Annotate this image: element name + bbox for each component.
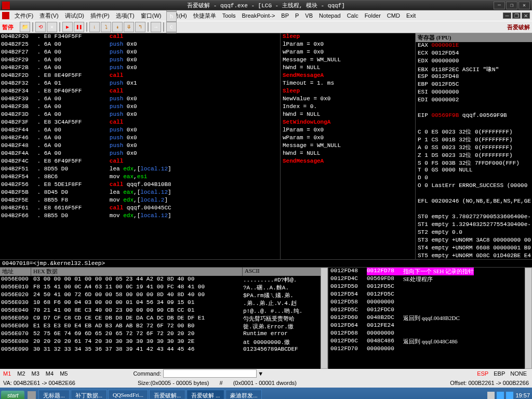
menu-item[interactable]: Tools: [219, 11, 239, 20]
stack-row[interactable]: 0012FD5C0012FDC0: [328, 307, 525, 314]
menu-item[interactable]: P: [292, 11, 302, 20]
child-close-button[interactable]: ✕: [522, 12, 530, 19]
disasm-row[interactable]: 004B2F3F. E8 3C4AF5FFcall: [0, 119, 280, 127]
register-row[interactable]: EDX 00000000: [416, 58, 532, 65]
tray-icon-1[interactable]: [487, 392, 495, 399]
register-row[interactable]: ST4 empty +UNORM 6608 00000001 B9: [416, 245, 532, 252]
menu-item[interactable]: BreakPoint->: [238, 11, 278, 20]
disasm-row[interactable]: 004B2F5B. 8D45 D0lea eax,[local.12]: [0, 189, 280, 197]
hex-row[interactable]: 0056E00003 00 00 00 01 00 00 00 05 23 44…: [0, 276, 321, 284]
mark-2[interactable]: M2: [14, 370, 28, 377]
taskbar-item[interactable]: QQSendFri...: [108, 390, 148, 400]
trace-over-button[interactable]: ⤋: [124, 22, 134, 32]
menu-item[interactable]: 快捷菜单: [190, 11, 219, 20]
register-row[interactable]: O 0 LastErr ERROR_SUCCESS (00000: [416, 182, 532, 190]
child-restore-button[interactable]: ❐: [512, 12, 521, 19]
disasm-row[interactable]: 004B2F66. 8B55 D0mov edx,[local.12]: [0, 212, 280, 220]
disasm-row[interactable]: 004B2F25. 6A 00push 0x0: [0, 41, 280, 49]
taskbar-item[interactable]: 豪迪群发...: [225, 390, 262, 400]
menu-item[interactable]: VB: [302, 11, 316, 20]
disasm-row[interactable]: 004B2F54. 8BC6mov eax,esi: [0, 174, 280, 181]
register-row[interactable]: EAX 0000001E: [416, 42, 532, 50]
hex-scrollbar[interactable]: [321, 268, 328, 369]
stack-row[interactable]: 0012FD500012FD5C: [328, 283, 525, 291]
restart-button[interactable]: ⟲: [35, 22, 46, 32]
mark-4[interactable]: M4: [43, 370, 57, 377]
stack-row[interactable]: 0012FD480012FD78指向下一个 SEH 记录的指针: [328, 268, 525, 275]
hex-row[interactable]: 0056E02024 50 41 00 72 6D 00 00 58 00 00…: [0, 291, 321, 299]
close-button[interactable]: ✕: [518, 2, 530, 9]
menu-item[interactable]: Folder: [362, 11, 384, 20]
register-row[interactable]: EFL 00200246 (NO,NB,E,BE,NS,PE,GE: [416, 198, 532, 206]
goto-button[interactable]: →: [151, 22, 161, 32]
tray-icon-2[interactable]: [497, 392, 504, 399]
menu-item[interactable]: Exit: [403, 11, 419, 20]
disasm-row[interactable]: 004B2F27. 6A 00push 0x0: [0, 49, 280, 57]
register-row[interactable]: S 0 FS 003B 32位 7FFDF000(FFF): [416, 159, 532, 167]
step-into-button[interactable]: ↓: [89, 22, 100, 32]
disasm-row[interactable]: 004B2F51. 8D55 D0lea edx,[local.12]: [0, 166, 280, 174]
register-row[interactable]: ESP 0012FD48: [416, 73, 532, 81]
hex-row[interactable]: 0056E010F8 15 41 00 0C A4 63 11 00 0C 19…: [0, 284, 321, 291]
tb-letter-h[interactable]: h: [166, 11, 177, 22]
register-row[interactable]: Z 1 DS 0023 32位 0(FFFFFFFF): [416, 151, 532, 159]
register-row[interactable]: D 0: [416, 175, 532, 182]
hex-row[interactable]: 0056E03010 68 F6 00 04 03 00 00 00 01 04…: [0, 299, 321, 307]
disasm-row[interactable]: 004B2F20. E8 F340F5FFcall: [0, 33, 280, 41]
tray-icon-3[interactable]: [506, 392, 513, 399]
taskbar-item[interactable]: 补丁数据...: [71, 390, 107, 400]
disasm-row[interactable]: 004B2F29. 6A 00push 0x0: [0, 57, 280, 64]
info-panel[interactable]: SleeplParam = 0x0wParam = 0x0Message = W…: [281, 33, 416, 259]
step-over-button[interactable]: ⤵: [101, 22, 111, 32]
register-row[interactable]: ESI 00000000: [416, 89, 532, 97]
child-min-button[interactable]: ─: [503, 12, 511, 19]
menu-item[interactable]: CMD: [384, 11, 403, 20]
register-row[interactable]: ECX 0012FD54: [416, 50, 532, 58]
esp-label[interactable]: ESP: [477, 370, 488, 377]
register-row[interactable]: ST3 empty +UNORM 3AC8 00000000 00: [416, 237, 532, 245]
taskbar-item[interactable]: 吾爱破解...: [149, 390, 185, 400]
restore-button[interactable]: ❐: [506, 2, 517, 9]
menu-item[interactable]: Calc: [344, 11, 362, 20]
register-row[interactable]: EDI 00000002: [416, 97, 532, 104]
disasm-row[interactable]: 004B2F2D. E8 8E49F5FFcall: [0, 72, 280, 80]
register-row[interactable]: C 0 ES 0023 32位 0(FFFFFFFF): [416, 128, 532, 136]
mark-3[interactable]: M3: [29, 370, 43, 377]
register-row[interactable]: A 0 SS 0023 32位 0(FFFFFFFF): [416, 143, 532, 151]
stack-row[interactable]: 0012FD600048B2DC返回到 qqqf.0048B2DC: [328, 314, 525, 322]
stack-row[interactable]: 0012FD6800000000: [328, 330, 525, 338]
menu-item[interactable]: 文件(F): [11, 11, 36, 20]
clock[interactable]: 19:57: [515, 392, 530, 398]
disasm-row[interactable]: 004B2F44. 6A 00push 0x0: [0, 127, 280, 135]
menu-item[interactable]: 插件(P): [87, 11, 113, 20]
menu-item[interactable]: BP: [278, 11, 292, 20]
disasm-row[interactable]: 004B2F3D. 6A 00push 0x0: [0, 111, 280, 119]
register-row[interactable]: EIP 00569F9B qqqf.00569F9B: [416, 112, 532, 120]
hex-row[interactable]: 0056E07052 75 6E 74 69 6D 65 20 65 72 72…: [0, 330, 321, 338]
register-row[interactable]: T 0 GS 0000 NULL: [416, 167, 532, 175]
open-button[interactable]: 📁: [20, 22, 30, 32]
menu-item[interactable]: 窗口(W): [138, 11, 165, 20]
taskbar-item[interactable]: 无标题...: [38, 390, 69, 400]
register-row[interactable]: EBP 0012FD5C: [416, 81, 532, 89]
tb-letter-c[interactable]: c: [166, 22, 177, 32]
hex-row[interactable]: 0056E09030 31 32 33 34 35 36 37 38 39 41…: [0, 346, 321, 354]
hex-row[interactable]: 0056E060E1 E3 E3 E0 E4 EB AD B3 AB AB B2…: [0, 323, 321, 330]
minimize-button[interactable]: ─: [494, 2, 505, 9]
hex-row[interactable]: 0056E08020 20 20 20 61 74 20 30 30 30 30…: [0, 338, 321, 346]
hex-dump-panel[interactable]: 地址 HEX 数据 ASCII 0056E00003 00 00 00 01 0…: [0, 268, 321, 369]
none-label[interactable]: NONE: [510, 370, 527, 377]
disasm-row[interactable]: 004B2F5E. 8B55 F8mov edx,[local.2]: [0, 197, 280, 205]
disasm-row[interactable]: 004B2F32. 6A 01push 0x1: [0, 80, 280, 88]
disassembly-panel[interactable]: 004B2F20. E8 F340F5FFcall 004B2F25. 6A 0…: [0, 33, 281, 259]
stack-row[interactable]: 0012FD5800000000: [328, 299, 525, 307]
stack-scrollbar[interactable]: [525, 268, 532, 369]
stack-row[interactable]: 0012FD4C00569FD8SE处理程序: [328, 275, 525, 283]
menu-item[interactable]: Notepad: [316, 11, 344, 20]
trace-into-button[interactable]: ↡: [112, 22, 123, 32]
quicklaunch-icon[interactable]: [28, 391, 36, 399]
disasm-row[interactable]: 004B2F48. 6A 00push 0x0: [0, 142, 280, 150]
register-row[interactable]: P 1 CS 001B 32位 0(FFFFFFFF): [416, 136, 532, 143]
hex-row[interactable]: 0056E04070 21 41 00 8E C3 40 00 23 00 00…: [0, 307, 321, 315]
start-button[interactable]: start: [1, 391, 24, 399]
